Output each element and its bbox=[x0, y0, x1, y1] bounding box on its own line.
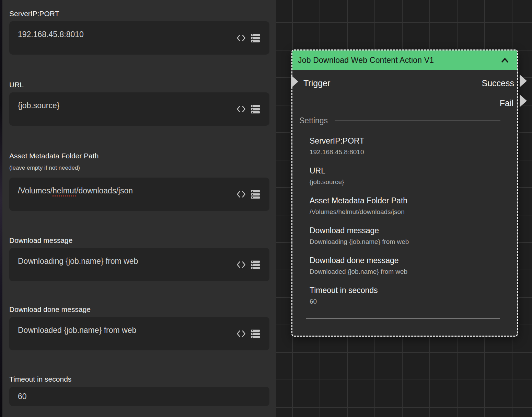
setting-entry: Download done message Downloaded {job.na… bbox=[310, 256, 510, 275]
setting-entry: Asset Metadata Folder Path /Volumes/helm… bbox=[310, 196, 510, 216]
settings-divider bbox=[335, 121, 500, 121]
node-settings-section: Settings ServerIP:PORT 192.168.45.8:8010… bbox=[299, 116, 510, 315]
field-label: Asset Metadata Folder Path bbox=[9, 152, 269, 160]
code-icon[interactable] bbox=[236, 34, 246, 42]
field-label: Download message bbox=[9, 236, 269, 245]
field-url: URL {job.source} bbox=[9, 81, 269, 126]
server-stack-icon[interactable] bbox=[251, 34, 260, 42]
input-actions bbox=[236, 34, 260, 42]
trigger-port-label: Trigger bbox=[303, 78, 330, 88]
desktop-wallpaper-sliver bbox=[0, 0, 2, 417]
server-stack-icon[interactable] bbox=[251, 190, 260, 199]
setting-entry: Timeout in seconds 60 bbox=[310, 285, 510, 305]
setting-value: 60 bbox=[310, 298, 510, 305]
field-label: URL bbox=[9, 81, 269, 89]
setting-name: Timeout in seconds bbox=[310, 285, 510, 295]
setting-name: Download done message bbox=[310, 256, 510, 265]
input-value: Downloaded {job.name} from web bbox=[18, 326, 136, 335]
setting-name: Asset Metadata Folder Path bbox=[310, 196, 510, 205]
url-input[interactable]: {job.source} bbox=[9, 92, 269, 126]
input-value: 192.168.45.8:8010 bbox=[18, 30, 84, 39]
code-icon[interactable] bbox=[236, 191, 246, 198]
input-actions bbox=[236, 105, 260, 113]
code-icon[interactable] bbox=[236, 261, 246, 269]
setting-value: Downloading {job.name} from web bbox=[310, 238, 510, 246]
server-ip-port-input[interactable]: 192.168.45.8:8010 bbox=[9, 21, 269, 55]
success-port-label: Success bbox=[482, 78, 514, 88]
input-value: /Volumes/helmut/downloads/json bbox=[18, 186, 133, 196]
setting-name: ServerIP:PORT bbox=[310, 136, 510, 146]
node-title: Job Download Web Content Action V1 bbox=[298, 56, 434, 65]
setting-value: 192.168.45.8:8010 bbox=[310, 148, 510, 156]
input-value: Downloading {job.name} from web bbox=[18, 257, 138, 266]
chevron-up-icon[interactable] bbox=[501, 57, 509, 63]
settings-header: Settings bbox=[299, 116, 510, 125]
field-download-message: Download message Downloading {job.name} … bbox=[9, 236, 269, 281]
action-settings-panel: ServerIP:PORT 192.168.45.8:8010 URL {job… bbox=[2, 0, 276, 417]
node-header[interactable]: Job Download Web Content Action V1 bbox=[292, 50, 517, 70]
field-download-done-message: Download done message Downloaded {job.na… bbox=[9, 305, 269, 350]
success-port[interactable] bbox=[520, 75, 527, 87]
input-value: 60 bbox=[18, 392, 27, 401]
setting-entry: ServerIP:PORT 192.168.45.8:8010 bbox=[310, 136, 510, 156]
settings-entries: ServerIP:PORT 192.168.45.8:8010 URL {job… bbox=[299, 136, 510, 305]
field-label: ServerIP:PORT bbox=[9, 10, 269, 18]
setting-entry: Download message Downloading {job.name} … bbox=[310, 226, 510, 246]
node-footer-divider bbox=[306, 318, 500, 319]
input-actions bbox=[236, 260, 260, 269]
input-value: {job.source} bbox=[18, 101, 59, 110]
field-timeout-in-seconds: Timeout in seconds 60 bbox=[9, 375, 269, 406]
server-stack-icon[interactable] bbox=[251, 105, 260, 113]
code-icon[interactable] bbox=[236, 330, 246, 338]
asset-metadata-folder-path-input[interactable]: /Volumes/helmut/downloads/json bbox=[9, 178, 269, 211]
field-server-ip-port: ServerIP:PORT 192.168.45.8:8010 bbox=[9, 10, 269, 55]
setting-name: Download message bbox=[310, 226, 510, 235]
fail-port[interactable] bbox=[520, 94, 527, 107]
node-graph-canvas[interactable]: Job Download Web Content Action V1 Trigg… bbox=[276, 0, 532, 417]
trigger-port[interactable] bbox=[291, 75, 298, 88]
input-actions bbox=[236, 329, 260, 338]
server-stack-icon[interactable] bbox=[251, 329, 260, 338]
field-sublabel: (leave empty if not needed) bbox=[9, 164, 269, 171]
server-stack-icon[interactable] bbox=[251, 260, 260, 269]
setting-value: Downloaded {job.name} from web bbox=[310, 268, 510, 275]
fail-port-label: Fail bbox=[500, 98, 513, 108]
setting-entry: URL {job.source} bbox=[310, 166, 510, 186]
input-actions bbox=[236, 190, 260, 199]
setting-value: /Volumes/helmut/downloads/json bbox=[310, 208, 510, 216]
settings-title: Settings bbox=[299, 116, 328, 125]
setting-value: {job.source} bbox=[310, 178, 510, 186]
timeout-in-seconds-input[interactable]: 60 bbox=[9, 387, 269, 406]
field-label: Timeout in seconds bbox=[9, 375, 269, 383]
node-job-download-web-content-action[interactable]: Job Download Web Content Action V1 Trigg… bbox=[291, 49, 518, 337]
setting-name: URL bbox=[310, 166, 510, 176]
misspelled-word: helmut bbox=[53, 186, 76, 196]
download-message-input[interactable]: Downloading {job.name} from web bbox=[9, 248, 269, 281]
code-icon[interactable] bbox=[236, 105, 246, 113]
field-label: Download done message bbox=[9, 305, 269, 314]
download-done-message-input[interactable]: Downloaded {job.name} from web bbox=[9, 317, 269, 350]
field-asset-metadata-folder-path: Asset Metadata Folder Path (leave empty … bbox=[9, 152, 269, 211]
